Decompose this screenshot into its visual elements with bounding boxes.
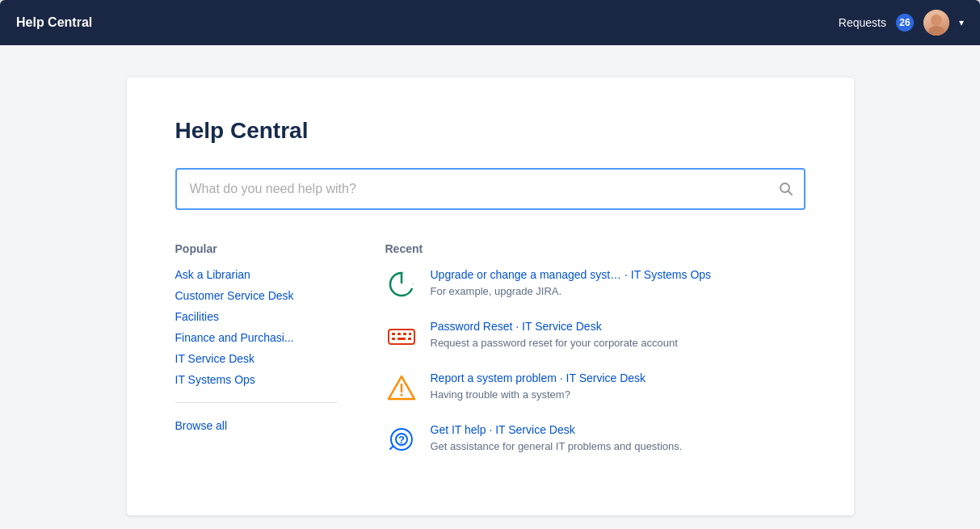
svg-rect-12 <box>392 338 395 340</box>
search-button[interactable] <box>778 181 794 197</box>
recent-item-text: Password Reset · IT Service DeskRequest … <box>431 320 805 350</box>
recent-item: Upgrade or change a managed syst… · IT S… <box>385 268 805 300</box>
recent-column: Recent Upgrade or change a managed syst…… <box>385 242 805 475</box>
requests-badge[interactable]: 26 <box>896 14 914 31</box>
svg-rect-10 <box>403 333 406 335</box>
avatar-face <box>923 10 949 36</box>
recent-item-description: Get assistance for general IT problems a… <box>431 440 683 452</box>
recent-item-description: Having trouble with a system? <box>431 388 570 401</box>
popular-links-list: Ask a LibrarianCustomer Service DeskFaci… <box>175 268 337 386</box>
svg-line-21 <box>390 447 393 450</box>
svg-point-1 <box>928 26 944 36</box>
popular-heading: Popular <box>175 242 337 255</box>
divider <box>175 402 337 403</box>
search-input[interactable] <box>175 168 805 210</box>
svg-point-2 <box>931 15 942 26</box>
recent-item-text: Get IT help · IT Service DeskGet assista… <box>431 423 805 453</box>
recent-item-link[interactable]: Report a system problem · IT Service Des… <box>431 372 805 384</box>
help-icon: ? <box>385 423 418 456</box>
svg-point-17 <box>400 394 402 397</box>
recent-heading: Recent <box>385 242 805 255</box>
svg-line-4 <box>788 191 792 195</box>
search-container <box>175 168 805 210</box>
top-nav: Help Central Requests 26 ▾ <box>0 0 980 45</box>
svg-rect-9 <box>397 333 401 335</box>
recent-items-list: Upgrade or change a managed syst… · IT S… <box>385 268 805 456</box>
warning-icon <box>385 372 418 404</box>
svg-rect-8 <box>392 333 395 335</box>
recent-item-link[interactable]: Password Reset · IT Service Desk <box>431 320 805 333</box>
popular-link-item[interactable]: Facilities <box>175 310 337 323</box>
popular-column: Popular Ask a LibrarianCustomer Service … <box>175 242 337 475</box>
two-col-layout: Popular Ask a LibrarianCustomer Service … <box>175 242 805 475</box>
popular-link-item[interactable]: Finance and Purchasi... <box>175 331 337 344</box>
popular-link-item[interactable]: Customer Service Desk <box>175 289 337 302</box>
recent-item-description: For example, upgrade JIRA. <box>431 285 562 297</box>
svg-rect-13 <box>397 338 406 340</box>
svg-text:?: ? <box>398 434 405 446</box>
browse-all-link[interactable]: Browse all <box>175 419 337 432</box>
recent-item-link[interactable]: Upgrade or change a managed syst… · IT S… <box>431 268 805 281</box>
page-title: Help Central <box>175 118 805 144</box>
content-card: Help Central Popular Ask a LibrarianCust… <box>127 78 854 515</box>
svg-rect-14 <box>408 338 411 340</box>
popular-link-item[interactable]: Ask a Librarian <box>175 268 337 281</box>
svg-rect-7 <box>389 330 414 344</box>
keyboard-icon <box>385 320 418 352</box>
nav-right: Requests 26 ▾ <box>839 10 964 36</box>
avatar[interactable] <box>923 10 949 36</box>
requests-label: Requests <box>839 16 886 29</box>
svg-rect-11 <box>409 333 411 335</box>
recent-item-description: Request a password reset for your corpor… <box>431 337 678 349</box>
recent-item: Password Reset · IT Service DeskRequest … <box>385 320 805 352</box>
app-container: Help Central Requests 26 ▾ Help Central <box>0 0 980 529</box>
recent-item-link[interactable]: Get IT help · IT Service Desk <box>431 423 805 436</box>
search-icon <box>778 181 794 197</box>
chevron-down-icon[interactable]: ▾ <box>959 17 964 28</box>
nav-title: Help Central <box>16 15 92 30</box>
recent-item-text: Upgrade or change a managed syst… · IT S… <box>431 268 805 298</box>
popular-link-item[interactable]: IT Systems Ops <box>175 373 337 386</box>
popular-link-item[interactable]: IT Service Desk <box>175 352 337 365</box>
power-icon <box>385 268 418 300</box>
recent-item: Report a system problem · IT Service Des… <box>385 372 805 404</box>
recent-item: ? Get IT help · IT Service DeskGet assis… <box>385 423 805 456</box>
main-content: Help Central Popular Ask a LibrarianCust… <box>0 45 980 529</box>
recent-item-text: Report a system problem · IT Service Des… <box>431 372 805 401</box>
